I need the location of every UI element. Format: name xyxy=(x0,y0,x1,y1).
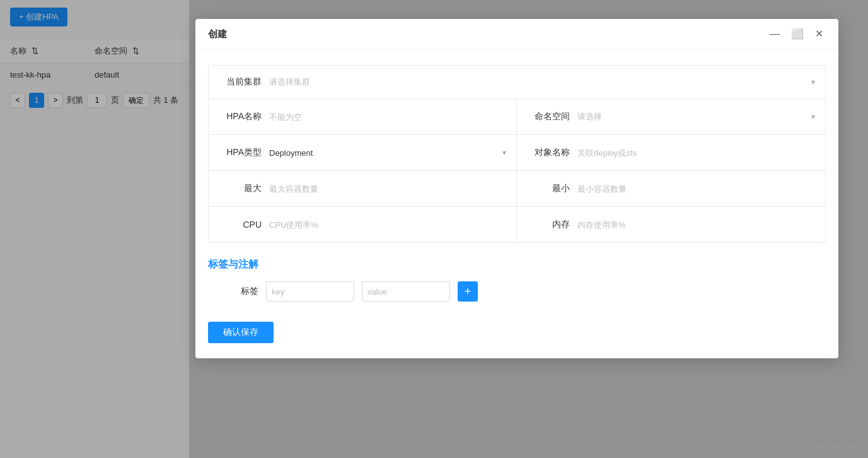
namespace-cell: 命名空间 请选择 ▾ xyxy=(517,99,825,134)
modal-title: 创建 xyxy=(208,28,227,40)
namespace-label: 命名空间 xyxy=(527,111,577,122)
namespace-select[interactable]: 请选择 ▾ xyxy=(577,111,815,122)
add-tag-button[interactable]: + xyxy=(458,281,478,302)
hpa-name-namespace-row: HPA名称 命名空间 请选择 ▾ xyxy=(209,99,825,135)
memory-input-wrap xyxy=(577,214,815,235)
save-section: 确认保存 xyxy=(208,317,826,343)
form-section: 当前集群 请选择集群 ▾ HPA名称 命名空间 xyxy=(208,65,826,243)
tag-key-input[interactable] xyxy=(266,281,354,302)
hpa-type-select[interactable]: Deployment ▾ xyxy=(269,148,506,158)
tag-label: 标签 xyxy=(208,286,258,297)
cpu-memory-row: CPU 内存 xyxy=(209,207,825,242)
minimize-button[interactable]: — xyxy=(767,28,782,40)
modal-controls: — ⬜ ✕ xyxy=(767,28,826,40)
watermark: CSDN @汪碧辰 xyxy=(806,442,860,453)
max-input-wrap xyxy=(269,179,506,199)
memory-input[interactable] xyxy=(577,214,815,235)
hpa-name-cell: HPA名称 xyxy=(209,99,517,134)
max-cell: 最大 xyxy=(209,171,517,206)
tags-section-title: 标签与注解 xyxy=(208,258,826,271)
cluster-row: 当前集群 请选择集群 ▾ xyxy=(209,66,825,99)
hpa-name-label: HPA名称 xyxy=(219,111,269,122)
min-cell: 最小 xyxy=(517,171,825,206)
namespace-select-text: 请选择 xyxy=(577,111,602,122)
hpa-type-label: HPA类型 xyxy=(219,147,269,158)
max-label: 最大 xyxy=(219,183,269,194)
min-label: 最小 xyxy=(527,183,577,194)
namespace-dropdown-arrow: ▾ xyxy=(811,112,815,121)
min-input[interactable] xyxy=(577,179,815,199)
object-name-input[interactable] xyxy=(577,143,815,163)
hpa-type-dropdown-arrow: ▾ xyxy=(502,148,506,157)
cpu-input-wrap xyxy=(269,214,506,235)
hpa-name-input[interactable] xyxy=(269,107,506,127)
tag-value-input[interactable] xyxy=(362,281,450,302)
create-modal: 创建 — ⬜ ✕ 当前集群 请选择集群 ▾ HP xyxy=(195,19,838,358)
maximize-button[interactable]: ⬜ xyxy=(789,28,806,40)
object-name-label: 对象名称 xyxy=(527,147,577,158)
hpa-name-input-wrap xyxy=(269,107,506,127)
min-input-wrap xyxy=(577,179,815,199)
cluster-dropdown-arrow: ▾ xyxy=(811,78,815,86)
tags-row: 标签 + xyxy=(208,281,826,302)
cluster-select-text: 请选择集群 xyxy=(269,76,310,88)
cluster-label: 当前集群 xyxy=(219,76,269,88)
hpa-type-select-text: Deployment xyxy=(269,148,313,158)
save-button[interactable]: 确认保存 xyxy=(208,322,274,343)
close-button[interactable]: ✕ xyxy=(813,28,826,40)
cpu-input[interactable] xyxy=(269,214,506,235)
cpu-label: CPU xyxy=(219,220,269,230)
object-name-cell: 对象名称 xyxy=(517,135,825,170)
hpa-type-object-row: HPA类型 Deployment ▾ 对象名称 xyxy=(209,135,825,171)
tags-section: 标签与注解 标签 + xyxy=(208,258,826,302)
max-input[interactable] xyxy=(269,179,506,199)
modal-body: 当前集群 请选择集群 ▾ HPA名称 命名空间 xyxy=(195,50,838,358)
modal-header: 创建 — ⬜ ✕ xyxy=(195,19,838,50)
max-min-row: 最大 最小 xyxy=(209,171,825,207)
cluster-select[interactable]: 请选择集群 ▾ xyxy=(269,76,815,88)
hpa-type-cell: HPA类型 Deployment ▾ xyxy=(209,135,517,170)
object-name-input-wrap xyxy=(577,143,815,163)
memory-label: 内存 xyxy=(527,219,577,230)
memory-cell: 内存 xyxy=(517,207,825,242)
cpu-cell: CPU xyxy=(209,207,517,242)
